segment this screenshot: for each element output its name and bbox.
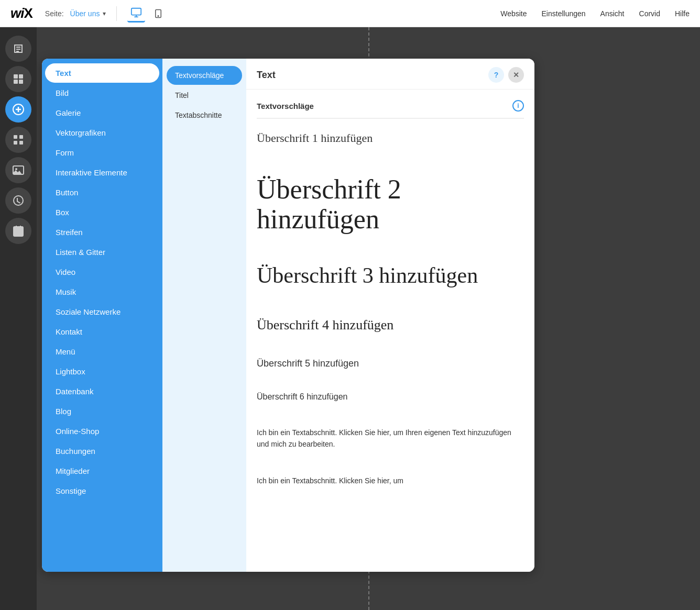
mobile-icon[interactable] (149, 5, 167, 23)
sidebar-elements-button[interactable] (5, 66, 31, 92)
text-item-h2[interactable]: Überschrift 2 hinzufügen (257, 172, 524, 249)
body-text-2: Ich bin ein Textabschnitt. Klicken Sie h… (257, 475, 524, 486)
subcategory-textabschnitte[interactable]: Textabschnitte (167, 106, 242, 125)
chevron-down-icon: ▾ (103, 10, 106, 17)
sidebar-pages-button[interactable] (5, 36, 31, 62)
svg-rect-14 (14, 141, 17, 145)
sidebar-media-button[interactable] (5, 157, 31, 183)
category-text[interactable]: Text (45, 63, 159, 83)
h4-text: Überschrift 4 hinzufügen (257, 317, 524, 333)
svg-text:17: 17 (16, 231, 20, 235)
svg-point-4 (158, 15, 159, 16)
nav-hilfe[interactable]: Hilfe (675, 9, 690, 18)
svg-rect-0 (132, 8, 141, 15)
help-button[interactable]: ? (488, 67, 504, 83)
text-item-h4[interactable]: Überschrift 4 hinzufügen (257, 315, 524, 343)
h5-text: Überschrift 5 hinzufügen (257, 358, 524, 369)
category-blog[interactable]: Blog (45, 402, 159, 421)
category-box[interactable]: Box (45, 203, 159, 222)
divider (116, 6, 117, 21)
category-menu[interactable]: Menü (45, 342, 159, 361)
category-soziale[interactable]: Soziale Netzwerke (45, 302, 159, 321)
section-title: Textvorschläge (257, 102, 314, 110)
category-musik[interactable]: Musik (45, 282, 159, 302)
category-vektorgrafiken[interactable]: Vektorgrafiken (45, 123, 159, 142)
header-actions: ? ✕ (488, 67, 524, 83)
svg-rect-8 (19, 80, 23, 84)
nav-einstellungen[interactable]: Einstellungen (542, 9, 586, 18)
h3-text: Überschrift 3 hinzufügen (257, 263, 524, 287)
category-streifen[interactable]: Streifen (45, 223, 159, 242)
content-header: Text ? ✕ (246, 59, 534, 90)
category-buchungen[interactable]: Buchungen (45, 441, 159, 461)
panel-title: Text (257, 70, 276, 81)
text-item-h5[interactable]: Überschrift 5 hinzufügen (257, 356, 524, 378)
sidebar-apps-button[interactable] (5, 127, 31, 153)
category-video[interactable]: Video (45, 262, 159, 282)
body-text-1: Ich bin ein Textabschnitt. Klicken Sie h… (257, 427, 524, 450)
page-label: Seite: (45, 9, 64, 18)
svg-rect-6 (19, 74, 23, 79)
category-listen[interactable]: Listen & Gitter (45, 242, 159, 262)
sidebar-calendar-button[interactable]: 17 (5, 218, 31, 244)
category-form[interactable]: Form (45, 143, 159, 162)
text-item-body2[interactable]: Ich bin ein Textabschnitt. Klicken Sie h… (257, 473, 524, 497)
category-interaktiv[interactable]: Interaktive Elemente (45, 163, 159, 182)
close-button[interactable]: ✕ (508, 67, 524, 83)
sidebar-icons: 17 (0, 27, 37, 610)
category-bild[interactable]: Bild (45, 83, 159, 103)
svg-rect-15 (19, 141, 23, 145)
topbar-nav: Website Einstellungen Ansicht Corvid Hil… (500, 9, 690, 18)
category-onlineshop[interactable]: Online-Shop (45, 422, 159, 441)
svg-rect-7 (14, 80, 18, 84)
main-area: 17 Text Bild Galerie Vektorgrafiken Form… (0, 27, 700, 610)
page-selector[interactable]: Seite: Über uns ▾ (45, 9, 106, 18)
content-panel: Text ? ✕ Textvorschläge i Überschrift 1 … (246, 59, 534, 572)
topbar: wiX Seite: Über uns ▾ Website Einstellun… (0, 0, 700, 27)
category-list: Text Bild Galerie Vektorgrafiken Form In… (42, 59, 162, 572)
page-name: Über uns (70, 9, 100, 18)
subcategory-list: Textvorschläge Titel Textabschnitte (162, 59, 246, 572)
svg-point-17 (15, 168, 17, 170)
nav-corvid[interactable]: Corvid (639, 9, 660, 18)
add-panel: Text Bild Galerie Vektorgrafiken Form In… (42, 59, 534, 572)
category-galerie[interactable]: Galerie (45, 103, 159, 123)
panel-container: Text Bild Galerie Vektorgrafiken Form In… (37, 27, 700, 610)
h6-text: Überschrift 6 hinzufügen (257, 392, 524, 402)
category-lightbox[interactable]: Lightbox (45, 362, 159, 381)
text-item-body1[interactable]: Ich bin ein Textabschnitt. Klicken Sie h… (257, 425, 524, 461)
device-switcher (127, 5, 167, 23)
nav-website[interactable]: Website (500, 9, 527, 18)
subcategory-titel[interactable]: Titel (167, 86, 242, 105)
text-item-h1[interactable]: Überschrift 1 hinzufügen (257, 129, 524, 160)
h1-text: Überschrift 1 hinzufügen (257, 131, 524, 145)
svg-rect-12 (14, 135, 17, 139)
svg-rect-5 (14, 74, 18, 79)
desktop-icon[interactable] (127, 5, 145, 23)
category-datenbank[interactable]: Datenbank (45, 382, 159, 401)
svg-rect-13 (19, 135, 23, 139)
content-body: Textvorschläge i Überschrift 1 hinzufüge… (246, 90, 534, 572)
info-icon[interactable]: i (512, 100, 524, 112)
nav-ansicht[interactable]: Ansicht (600, 9, 625, 18)
section-header: Textvorschläge i (257, 96, 524, 119)
category-button[interactable]: Button (45, 183, 159, 202)
category-sonstige[interactable]: Sonstige (45, 481, 159, 501)
text-item-h3[interactable]: Überschrift 3 hinzufügen (257, 261, 524, 302)
category-mitglieder[interactable]: Mitglieder (45, 461, 159, 481)
text-item-h6[interactable]: Überschrift 6 hinzufügen (257, 390, 524, 412)
wix-logo: wiX (10, 5, 32, 21)
sidebar-add-button[interactable] (5, 96, 31, 123)
subcategory-textvorschlaege[interactable]: Textvorschläge (167, 66, 242, 85)
category-kontakt[interactable]: Kontakt (45, 322, 159, 341)
sidebar-blog-button[interactable] (5, 187, 31, 214)
h2-text: Überschrift 2 hinzufügen (257, 174, 524, 234)
